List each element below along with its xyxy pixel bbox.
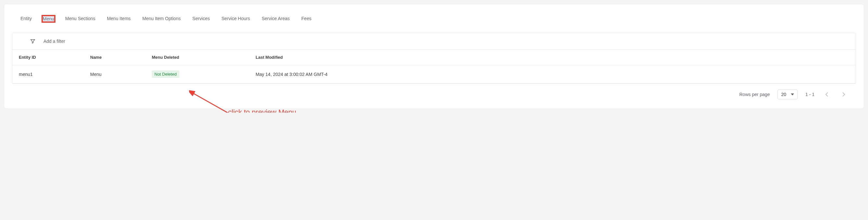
col-menu-deleted[interactable]: Menu Deleted xyxy=(152,55,256,60)
tab-menu-sections[interactable]: Menu Sections xyxy=(63,13,97,24)
tab-menu-item-options[interactable]: Menu Item Options xyxy=(141,13,183,24)
tabs-bar: Entity Menu Menu Sections Menu Items Men… xyxy=(19,13,856,24)
filter-icon[interactable] xyxy=(30,38,36,44)
col-entity-id[interactable]: Entity ID xyxy=(19,55,90,60)
col-last-modified[interactable]: Last Modified xyxy=(256,55,849,60)
content-frame: Add a filter Entity ID Name Menu Deleted… xyxy=(12,33,856,84)
pagination-bar: Rows per page 20 1 - 1 xyxy=(12,84,856,99)
tab-menu[interactable]: Menu xyxy=(43,16,54,22)
tab-service-hours[interactable]: Service Hours xyxy=(220,13,252,24)
cell-name: Menu xyxy=(90,72,152,77)
next-page-button[interactable] xyxy=(839,90,848,99)
table-row[interactable]: menu1 Menu Not Deleted May 14, 2024 at 3… xyxy=(12,65,856,84)
pagination-range: 1 - 1 xyxy=(805,92,814,97)
cell-entity-id: menu1 xyxy=(19,72,90,77)
tab-services[interactable]: Services xyxy=(190,13,212,24)
table-header-row: Entity ID Name Menu Deleted Last Modifie… xyxy=(12,50,856,65)
prev-page-button[interactable] xyxy=(822,90,831,99)
col-name[interactable]: Name xyxy=(90,55,152,60)
rows-per-page-select[interactable]: 20 xyxy=(777,90,798,99)
tab-entity[interactable]: Entity xyxy=(19,13,34,24)
cell-last-modified: May 14, 2024 at 3:00:02 AM GMT-4 xyxy=(256,72,849,77)
tab-menu-items[interactable]: Menu Items xyxy=(105,13,133,24)
filter-bar: Add a filter xyxy=(12,33,856,50)
status-badge: Not Deleted xyxy=(152,70,179,78)
chevron-left-icon xyxy=(825,92,829,97)
add-filter-button[interactable]: Add a filter xyxy=(43,39,65,44)
tab-service-areas[interactable]: Service Areas xyxy=(260,13,291,24)
tab-fees[interactable]: Fees xyxy=(300,13,313,24)
card-container: Entity Menu Menu Sections Menu Items Men… xyxy=(4,4,864,109)
rows-per-page-value: 20 xyxy=(781,92,786,97)
rows-per-page-label: Rows per page xyxy=(739,92,770,97)
chevron-down-icon xyxy=(791,93,794,95)
tab-menu-highlight-box: Menu xyxy=(41,15,56,23)
cell-menu-deleted: Not Deleted xyxy=(152,70,256,78)
data-table: Entity ID Name Menu Deleted Last Modifie… xyxy=(12,50,856,84)
chevron-right-icon xyxy=(842,92,845,97)
annotation-text: click to preview Menu xyxy=(228,108,296,113)
